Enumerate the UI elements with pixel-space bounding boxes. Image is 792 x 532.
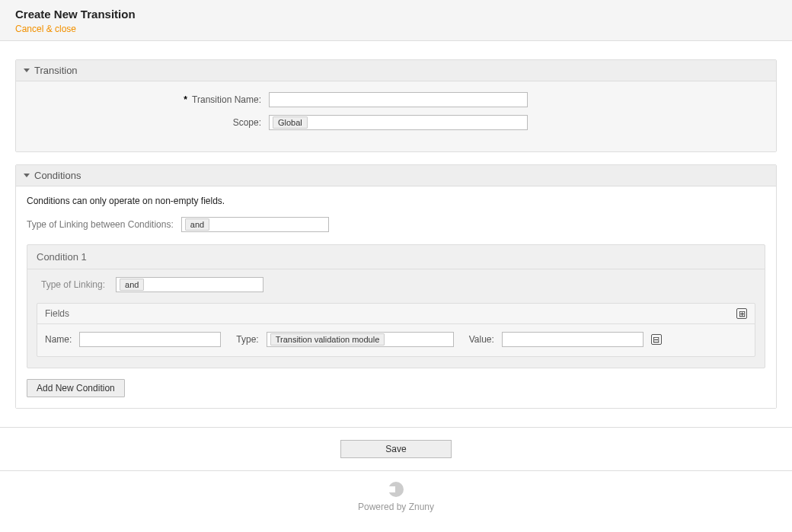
linking-select-value: and — [185, 218, 209, 231]
scope-label-col: Scope: — [27, 117, 269, 128]
cancel-close-link[interactable]: Cancel & close — [15, 24, 76, 34]
add-new-condition-button[interactable]: Add New Condition — [27, 379, 125, 397]
fields-row: Name: Type: Transition validation module… — [37, 324, 755, 356]
inner-linking-label: Type of Linking: — [41, 279, 105, 290]
field-name-label: Name: — [45, 334, 72, 345]
scope-select-value: Global — [273, 116, 308, 129]
save-button[interactable]: Save — [340, 440, 452, 458]
conditions-widget-header[interactable]: Conditions — [16, 165, 776, 186]
fields-block: Fields ⊞ Name: Type: Transition validati… — [37, 303, 755, 357]
field-type-select-value: Transition validation module — [270, 333, 385, 346]
fields-title: Fields — [45, 308, 69, 319]
caret-down-icon — [24, 174, 30, 177]
transition-name-input[interactable] — [269, 92, 528, 107]
inner-linking-row: Type of Linking: and — [37, 277, 755, 292]
conditions-widget-body: Conditions can only operate on non-empty… — [16, 186, 776, 408]
fields-header: Fields ⊞ — [37, 304, 755, 324]
transition-widget-title: Transition — [34, 65, 78, 76]
conditions-widget-title: Conditions — [34, 170, 81, 181]
transition-name-label: Transition Name: — [192, 94, 261, 105]
powered-by: Powered by Znuny — [0, 471, 792, 532]
page-title: Create New Transition — [15, 8, 777, 21]
condition-block-title: Condition 1 — [27, 245, 765, 269]
linking-select[interactable]: and — [181, 217, 329, 232]
scope-row: Scope: Global — [27, 115, 765, 130]
scope-select[interactable]: Global — [269, 115, 528, 130]
znuny-logo-icon — [388, 482, 404, 497]
transition-name-label-col: * Transition Name: — [27, 94, 269, 105]
field-value-input[interactable] — [502, 332, 644, 347]
inner-linking-select[interactable]: and — [116, 277, 263, 292]
remove-field-icon[interactable]: ⊟ — [651, 334, 662, 345]
field-type-label: Type: — [236, 334, 258, 345]
field-type-select[interactable]: Transition validation module — [267, 332, 454, 347]
caret-down-icon — [24, 68, 30, 72]
conditions-widget: Conditions Conditions can only operate o… — [15, 164, 777, 409]
field-value-label: Value: — [469, 334, 494, 345]
scope-label: Scope: — [233, 117, 261, 128]
required-star: * — [184, 94, 187, 105]
linking-row: Type of Linking between Conditions: and — [27, 217, 765, 232]
conditions-hint: Conditions can only operate on non-empty… — [27, 196, 765, 206]
transition-widget-header[interactable]: Transition — [16, 60, 776, 81]
powered-by-label: Powered by Znuny — [358, 502, 434, 512]
footer-bar: Save — [0, 427, 792, 471]
transition-widget: Transition * Transition Name: Scope: Glo… — [15, 59, 777, 152]
inner-linking-select-value: and — [120, 279, 144, 291]
transition-widget-body: * Transition Name: Scope: Global — [16, 81, 776, 151]
add-field-icon[interactable]: ⊞ — [736, 308, 747, 319]
linking-label: Type of Linking between Conditions: — [27, 219, 174, 230]
header-bar: Create New Transition Cancel & close — [0, 0, 792, 41]
transition-name-row: * Transition Name: — [27, 92, 765, 107]
condition-block-body: Type of Linking: and Fields ⊞ Name: — [27, 269, 765, 368]
field-name-input[interactable] — [79, 332, 221, 347]
content-area: Transition * Transition Name: Scope: Glo… — [0, 41, 792, 409]
condition-block-1: Condition 1 Type of Linking: and Fields … — [27, 244, 765, 368]
